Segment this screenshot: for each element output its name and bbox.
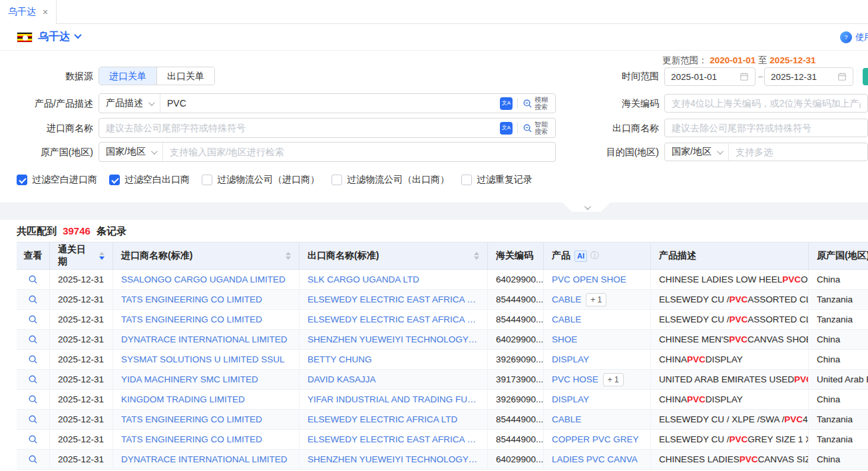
date-to-input[interactable]: 2025-12-31 [764,67,853,86]
tab-import-declarations[interactable]: 进口关单 [99,67,156,85]
sort-desc-icon[interactable] [474,256,479,260]
view-record-button[interactable] [28,274,38,284]
exporter-link[interactable]: ELSEWEDY ELECTRIC EAST AFRICA LIMTED [308,314,479,324]
exporter-link[interactable]: SLK CARGO UGANDA LTD [308,274,419,284]
description-text: CHINESES LADIES [659,454,740,464]
importer-link[interactable]: TATS ENGINEERING CO LIMITED [121,434,262,444]
checkbox-checked-icon[interactable] [17,175,27,185]
exporter-link[interactable]: BETTY CHUNG [308,354,372,364]
view-record-button[interactable] [28,454,38,464]
importer-link[interactable]: SSALONGO CARGO UGANDA LIMITED [121,274,286,284]
table-row: 2025-12-31SYSMAT SOLUTIONS U LIMITED SSU… [17,350,868,370]
importer-link[interactable]: KINGDOM TRADING LIMITED [121,394,245,404]
view-cell [17,430,50,449]
product-link[interactable]: CABLE [552,294,581,304]
info-icon[interactable]: ⓘ [590,250,599,262]
product-input[interactable] [160,94,500,113]
translate-icon[interactable]: 文A [500,97,513,110]
sort-icons[interactable] [94,252,105,260]
exporter-cell: ELSEWEDY ELECTRIC EAST AFRICA LIMTED [300,310,488,329]
sort-asc-icon[interactable] [474,252,479,255]
view-record-button[interactable] [28,434,38,444]
exporter-link[interactable]: SHENZHEN YUEWEIYI TECHNOLOGY CO LTD [308,454,479,464]
checkbox-unchecked-icon[interactable] [461,175,472,185]
date-from-input[interactable]: 2025-01-01 [664,67,756,86]
sort-icons[interactable] [280,252,291,260]
filter-panel: 更新范围： 2020-01-01 至 2025-12-31 数据源 进口关单 出… [0,51,868,203]
view-record-button[interactable] [28,374,38,384]
tab-export-declarations[interactable]: 出口关单 [156,67,214,85]
destination-select-value: 国家/地区 [672,146,712,158]
product-link[interactable]: PVC HOSE [552,374,598,384]
importer-link[interactable]: TATS ENGINEERING CO LIMITED [121,414,262,424]
product-type-select-value: 产品描述 [106,97,143,109]
more-products-tag[interactable]: + 1 [603,373,624,386]
sort-asc-icon[interactable] [286,252,291,255]
column-header-3[interactable]: 出口商名称(标准) [300,242,488,269]
table-body: 2025-12-31SSALONGO CARGO UGANDA LIMITEDS… [17,270,868,470]
view-record-button[interactable] [28,354,38,364]
importer-link[interactable]: DYNATRACE INTERNATIONAL LIMITED [121,454,288,464]
filter-checkbox-0[interactable]: 过滤空白进口商 [17,174,97,186]
checkbox-unchecked-icon[interactable] [202,175,212,185]
destination-select[interactable]: 国家/地区 [665,143,729,161]
hs-code-input[interactable] [665,95,867,112]
smart-search-button[interactable]: 智能搜索 [523,121,549,135]
product-link[interactable]: LADIES PVC CANVA [552,454,638,464]
help-link[interactable]: ? 使用 [840,31,868,43]
fuzzy-search-button[interactable]: 模糊搜索 [523,96,549,111]
sort-asc-icon[interactable] [99,252,105,255]
column-header-2[interactable]: 进口商名称(标准) [113,242,300,269]
filter-checkbox-1[interactable]: 过滤空白出口商 [109,174,190,186]
exporter-link[interactable]: ELSEWEDY ELECTRIC EAST AFRICA LIMTED [308,434,479,444]
checkbox-unchecked-icon[interactable] [331,175,342,185]
exporter-input[interactable] [665,119,867,137]
checkbox-checked-icon[interactable] [109,175,120,185]
importer-link[interactable]: DYNATRACE INTERNATIONAL LIMITED [121,334,288,344]
results-section: 共匹配到 39746 条记录 查看通关日期进口商名称(标准)出口商名称(标准)海… [0,220,868,471]
product-type-select[interactable]: 产品描述 [99,94,160,113]
checkbox-label: 过滤空白出口商 [124,174,190,186]
product-link[interactable]: CABLE [552,314,581,324]
view-record-button[interactable] [28,334,38,344]
filter-checkbox-4[interactable]: 过滤重复记录 [461,174,533,186]
view-record-button[interactable] [28,394,38,404]
importer-input[interactable] [99,119,500,137]
exporter-link[interactable]: DAVID KASAJJA [308,374,376,384]
product-link[interactable]: PVC OPEN SHOE [552,274,626,284]
exporter-link[interactable]: ELSEWEDY ELECTRIC EAST AFRICA LIMTED [308,294,479,304]
product-link[interactable]: COPPER PVC GREY [552,434,639,444]
translate-icon[interactable]: 文A [500,122,513,135]
sort-icons[interactable] [469,252,479,260]
date-cell: 2025-12-31 [50,390,113,409]
view-record-button[interactable] [28,414,38,424]
product-link[interactable]: SHOE [552,334,577,344]
search-button[interactable] [863,68,868,85]
view-record-button[interactable] [28,294,38,304]
product-cell: LADIES PVC CANVA [544,450,651,469]
origin-country-select[interactable]: 国家/地区 [99,143,163,161]
importer-link[interactable]: TATS ENGINEERING CO LIMITED [121,294,262,304]
importer-link[interactable]: SYSMAT SOLUTIONS U LIMITED SSUL [121,354,285,364]
filter-checkbox-3[interactable]: 过滤物流公司（出口商） [331,174,449,186]
product-link[interactable]: CABLE [552,414,581,424]
sort-desc-icon[interactable] [286,256,291,260]
exporter-link[interactable]: SHENZHEN YUEWEIYI TECHNOLOGY CO LTD [308,334,479,344]
origin-country-input[interactable] [163,143,555,161]
filter-checkbox-2[interactable]: 过滤物流公司（进口商） [202,174,320,186]
exporter-link[interactable]: YIFAR INDUSTRIAL AND TRADING FUZHOU... [308,394,479,404]
exporter-link[interactable]: ELSEWEDY ELECTRIC AFRICA LTD [308,414,457,424]
importer-link[interactable]: YIDA MACHINERY SMC LIMITED [121,374,258,384]
close-icon[interactable]: × [43,7,48,17]
sort-desc-icon[interactable] [99,256,105,260]
destination-input[interactable] [729,143,867,161]
importer-link[interactable]: TATS ENGINEERING CO LIMITED [121,314,262,324]
view-record-button[interactable] [28,314,38,324]
tab-uganda[interactable]: 乌干达 × [0,0,57,24]
product-link[interactable]: DISPLAY [552,394,589,404]
chevron-down-icon[interactable] [74,31,81,38]
product-link[interactable]: DISPLAY [552,354,589,364]
more-products-tag[interactable]: + 1 [586,293,606,306]
exporter-cell: SHENZHEN YUEWEIYI TECHNOLOGY CO LTD [300,330,488,349]
column-header-1[interactable]: 通关日期 [50,242,113,269]
